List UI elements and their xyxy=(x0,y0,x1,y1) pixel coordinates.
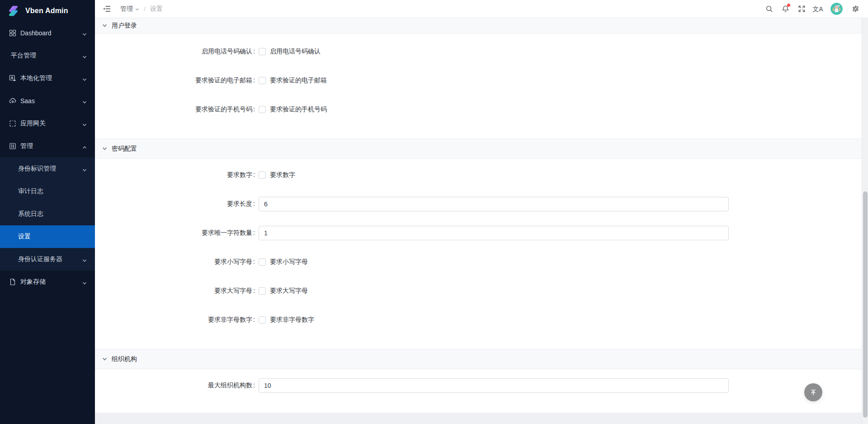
sidebar-item-localization[interactable]: 本地化管理 xyxy=(0,67,95,90)
chevron-down-icon xyxy=(135,5,139,13)
form-row-require-uppercase: 要求大写字母 要求大写字母 xyxy=(95,284,862,298)
fullscreen-icon[interactable] xyxy=(794,2,809,16)
storage-icon xyxy=(9,278,16,286)
require-uppercase-checkbox[interactable] xyxy=(259,287,266,295)
verified-phone-checkbox[interactable] xyxy=(259,106,266,113)
gear-icon[interactable] xyxy=(848,2,863,16)
section-body-user-login: 启用电话号码确认 启用电话号码确认 要求验证的电子邮箱 要求验证的电子邮箱 要求… xyxy=(95,33,862,138)
breadcrumb-separator: / xyxy=(144,5,146,13)
form-row-require-digit: 要求数字 要求数字 xyxy=(95,168,862,182)
checkbox-label[interactable]: 要求小写字母 xyxy=(270,258,308,266)
chevron-down-icon xyxy=(102,23,107,28)
language-glyph: 文A xyxy=(812,6,823,12)
management-icon xyxy=(9,143,16,150)
sidebar-item-identity-management[interactable]: 身份标识管理 xyxy=(0,157,95,180)
sidebar-item-object-storage[interactable]: 对象存储 xyxy=(0,271,95,293)
vertical-scrollbar[interactable] xyxy=(862,18,868,424)
phone-confirm-checkbox[interactable] xyxy=(259,48,266,55)
require-digit-checkbox[interactable] xyxy=(259,172,266,179)
form-label: 要求长度 xyxy=(95,200,259,208)
breadcrumb: 管理 / 设置 xyxy=(120,5,163,13)
sidebar-item-dashboard[interactable]: Dashboard xyxy=(0,22,95,44)
checkbox-label[interactable]: 要求大写字母 xyxy=(270,287,308,295)
require-lowercase-checkbox[interactable] xyxy=(259,258,266,266)
notification-badge xyxy=(787,4,790,7)
section-header-user-login[interactable]: 用户登录 xyxy=(95,18,862,33)
sidebar-menu: Dashboard 平台管理 本地化管理 Saas xyxy=(0,22,95,293)
form-label: 要求验证的手机号码 xyxy=(95,105,259,114)
section-title: 密码配置 xyxy=(112,145,137,153)
saas-icon xyxy=(9,97,16,105)
verified-email-checkbox[interactable] xyxy=(259,77,266,84)
search-icon[interactable] xyxy=(762,2,776,16)
form-label: 要求大写字母 xyxy=(95,287,259,295)
language-icon[interactable]: 文A xyxy=(811,2,825,16)
avatar[interactable] xyxy=(830,3,843,15)
top-header: 管理 / 设置 文A xyxy=(95,0,868,18)
form-row-require-lowercase: 要求小写字母 要求小写字母 xyxy=(95,255,862,269)
checkbox-label[interactable]: 要求验证的电子邮箱 xyxy=(270,76,327,85)
header-actions: 文A xyxy=(762,2,863,16)
section-title: 组织机构 xyxy=(112,355,137,363)
section-title: 用户登录 xyxy=(112,22,137,30)
app-logo[interactable]: Vben Admin xyxy=(0,0,95,22)
app-title: Vben Admin xyxy=(25,7,68,15)
chevron-down-icon xyxy=(82,257,87,264)
form-row-max-organizations: 最大组织机构数 xyxy=(95,378,862,393)
sidebar-item-settings[interactable]: 设置 xyxy=(0,225,95,248)
sidebar-item-system-logs[interactable]: 系统日志 xyxy=(0,203,95,225)
checkbox-label[interactable]: 要求验证的手机号码 xyxy=(270,105,327,114)
localization-icon xyxy=(9,75,16,82)
back-to-top-button[interactable] xyxy=(804,383,822,401)
sidebar-item-platform-management[interactable]: 平台管理 xyxy=(0,44,95,67)
required-unique-chars-input[interactable] xyxy=(259,226,729,240)
form-row-phone-confirm: 启用电话号码确认 启用电话号码确认 xyxy=(95,44,862,59)
dashboard-icon xyxy=(9,29,16,37)
chevron-down-icon xyxy=(102,146,107,151)
form-label: 要求数字 xyxy=(95,171,259,179)
sidebar-item-saas[interactable]: Saas xyxy=(0,90,95,112)
section-body-password-config: 要求数字 要求数字 要求长度 要求唯一字符数量 xyxy=(95,159,862,349)
breadcrumb-section[interactable]: 管理 xyxy=(120,5,139,13)
sidebar-item-app-gateway[interactable]: 应用网关 xyxy=(0,112,95,135)
section-body-organization: 最大组织机构数 xyxy=(95,369,862,413)
back-to-top-icon xyxy=(809,388,817,396)
section-header-organization[interactable]: 组织机构 xyxy=(95,349,862,369)
max-organizations-input[interactable] xyxy=(259,378,729,393)
notification-bell-icon[interactable] xyxy=(778,2,793,16)
form-label: 要求小写字母 xyxy=(95,258,259,266)
section-header-password-config[interactable]: 密码配置 xyxy=(95,138,862,159)
vben-logo-icon xyxy=(7,4,21,18)
settings-page: 用户登录 启用电话号码确认 启用电话号码确认 要求验证的电子邮箱 要求验证的电子… xyxy=(95,18,862,424)
checkbox-label[interactable]: 要求数字 xyxy=(270,171,295,179)
checkbox-label[interactable]: 启用电话号码确认 xyxy=(270,48,321,56)
management-submenu: 身份标识管理 审计日志 系统日志 设置 身份认证服务器 xyxy=(0,157,95,271)
sidebar-item-management[interactable]: 管理 xyxy=(0,135,95,157)
sidebar-item-label: 审计日志 xyxy=(18,187,95,195)
form-label: 要求非字母数字 xyxy=(95,316,259,324)
chevron-down-icon xyxy=(102,357,107,362)
sidebar-item-label: 系统日志 xyxy=(18,210,95,218)
sidebar-item-identity-server[interactable]: 身份认证服务器 xyxy=(0,248,95,271)
chevron-down-icon xyxy=(82,121,87,129)
settings-card: 用户登录 启用电话号码确认 启用电话号码确认 要求验证的电子邮箱 要求验证的电子… xyxy=(95,18,862,413)
form-label: 要求唯一字符数量 xyxy=(95,229,259,237)
sidebar-item-audit-logs[interactable]: 审计日志 xyxy=(0,180,95,203)
scrollbar-thumb[interactable] xyxy=(863,191,868,418)
sidebar-fold-icon[interactable] xyxy=(101,4,112,14)
required-length-input[interactable] xyxy=(259,197,729,211)
chevron-down-icon xyxy=(82,167,87,174)
form-row-verified-email: 要求验证的电子邮箱 要求验证的电子邮箱 xyxy=(95,73,862,88)
form-row-require-non-alphanumeric: 要求非字母数字 要求非字母数字 xyxy=(95,313,862,327)
chevron-down-icon xyxy=(82,99,87,106)
sidebar-item-label: 设置 xyxy=(18,233,95,241)
checkbox-label[interactable]: 要求非字母数字 xyxy=(270,316,314,324)
chevron-down-icon xyxy=(82,53,87,61)
form-label: 最大组织机构数 xyxy=(95,381,259,390)
breadcrumb-current-page: 设置 xyxy=(150,5,163,13)
require-non-alphanumeric-checkbox[interactable] xyxy=(259,316,266,324)
breadcrumb-section-label: 管理 xyxy=(120,5,133,13)
chevron-down-icon xyxy=(82,31,87,38)
gateway-icon xyxy=(9,120,16,127)
app-window: Vben Admin Dashboard 平台管理 本地化管理 xyxy=(0,0,868,424)
